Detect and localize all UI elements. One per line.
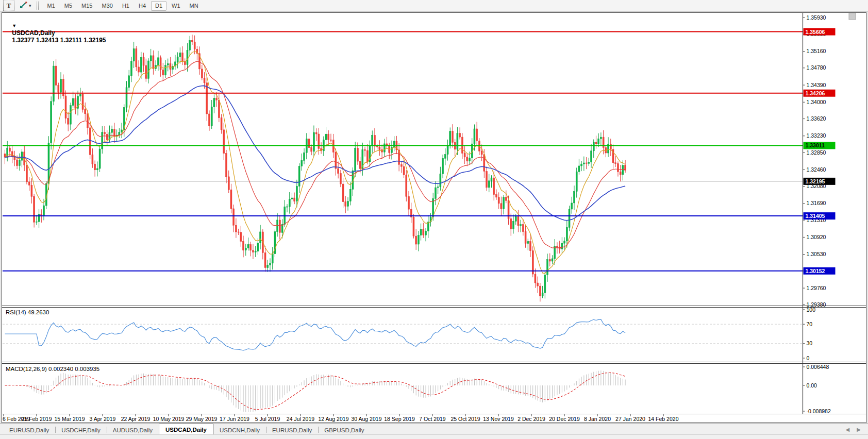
svg-text:-0.008982: -0.008982: [807, 408, 831, 414]
chart-canvas[interactable]: 1.359301.355501.351601.347801.343901.340…: [2, 13, 866, 423]
symbol-tab-usdchf-1[interactable]: USDCHF,Daily: [55, 425, 106, 434]
svg-text:0.00: 0.00: [807, 382, 817, 389]
symbol-tab-bar: EURUSD,DailyUSDCHF,DailyAUDUSD,DailyUSDC…: [0, 424, 868, 434]
toolbar-grip: [37, 2, 39, 10]
svg-text:70: 70: [807, 321, 813, 327]
svg-text:1.35606: 1.35606: [806, 29, 825, 35]
timeframe-button-h4[interactable]: H4: [135, 1, 150, 11]
svg-text:1.32195: 1.32195: [806, 178, 825, 184]
timeframe-button-h1[interactable]: H1: [118, 1, 133, 11]
date-axis-label: 5 Jul 2019: [255, 416, 280, 422]
svg-text:1.33620: 1.33620: [807, 115, 826, 122]
svg-text:0: 0: [807, 355, 810, 361]
tab-scroll-right-icon[interactable]: ▶: [857, 427, 861, 432]
status-bar: [0, 434, 868, 439]
date-axis-label: 27 Jan 2020: [615, 416, 645, 422]
chart-tools-button[interactable]: ▾: [20, 1, 31, 11]
timeframe-button-m30[interactable]: M30: [98, 1, 117, 11]
svg-text:1.30530: 1.30530: [807, 251, 826, 257]
tab-scroll-left-icon[interactable]: ◀: [846, 427, 850, 432]
svg-text:1.31405: 1.31405: [806, 213, 825, 219]
macd-signal-line: [5, 373, 626, 410]
chevron-down-icon: ▾: [29, 3, 31, 8]
date-axis-label: 30 Aug 2019: [352, 416, 382, 422]
svg-text:1.34780: 1.34780: [807, 64, 826, 71]
symbol-tab-gbpusd-6[interactable]: GBPUSD,Daily: [318, 425, 370, 434]
date-axis-label: 22 Apr 2019: [121, 416, 151, 422]
svg-text:1.30152: 1.30152: [806, 268, 825, 274]
svg-text:1.34390: 1.34390: [807, 82, 826, 88]
moving-average-21: [5, 61, 626, 248]
svg-text:1.34206: 1.34206: [806, 90, 825, 96]
date-axis-label: 18 Sep 2019: [384, 416, 415, 422]
symbol-tab-usdcad-3[interactable]: USDCAD,Daily: [159, 424, 213, 434]
timeframe-button-m1[interactable]: M1: [43, 1, 59, 11]
chart-tools-icon: [20, 1, 28, 11]
svg-text:1.33230: 1.33230: [807, 132, 826, 139]
moving-average-8: [5, 52, 626, 274]
svg-text:1.35930: 1.35930: [807, 14, 826, 21]
date-axis-label: 15 Mar 2019: [55, 416, 85, 422]
date-axis-label: 8 Jan 2020: [584, 416, 611, 422]
svg-text:1.31690: 1.31690: [807, 200, 826, 206]
date-axis-label: 2 Dec 2019: [518, 416, 545, 422]
date-axis-label: 12 Aug 2019: [319, 416, 349, 422]
macd-histogram: [5, 370, 626, 412]
tab-scroll-arrows: ◀ ▶: [846, 424, 861, 434]
symbol-tab-eurusd-0[interactable]: EURUSD,Daily: [3, 425, 55, 434]
date-axis-label: 10 May 2019: [153, 416, 185, 422]
symbol-tab-eurusd-5[interactable]: EURUSD,Daily: [266, 425, 318, 434]
date-axis-label: 24 Jul 2019: [287, 416, 314, 422]
date-axis-label: 3 Apr 2019: [90, 416, 116, 422]
date-axis-label: 14 Feb 2020: [648, 416, 679, 422]
timeframe-button-d1[interactable]: D1: [151, 1, 166, 11]
svg-text:30: 30: [807, 340, 813, 346]
symbol-tab-audusd-2[interactable]: AUDUSD,Daily: [107, 425, 159, 434]
symbol-tab-usdcnh-4[interactable]: USDCNH,Daily: [213, 425, 266, 434]
chart-window: 1.359301.355501.351601.347801.343901.340…: [2, 12, 866, 423]
svg-text:1.29760: 1.29760: [807, 285, 826, 291]
svg-text:1.35160: 1.35160: [807, 48, 826, 54]
date-axis-label: 20 Dec 2019: [549, 416, 580, 422]
timeframe-button-w1[interactable]: W1: [168, 1, 185, 11]
date-axis-label: 13 Nov 2019: [483, 416, 514, 422]
text-tool-button[interactable]: T: [3, 1, 14, 11]
svg-text:100: 100: [807, 307, 816, 313]
date-axis-label: 7 Oct 2019: [419, 416, 446, 422]
svg-text:1.34000: 1.34000: [807, 99, 826, 105]
text-tool-icon: T: [7, 2, 11, 10]
candles-layer: [4, 35, 626, 301]
svg-text:1.30920: 1.30920: [807, 234, 826, 240]
timeframe-buttons: M1M5M15M30H1H4D1W1MN: [43, 1, 203, 11]
svg-text:1.32460: 1.32460: [807, 166, 826, 173]
svg-text:0.006448: 0.006448: [807, 364, 829, 370]
timeframe-button-m5[interactable]: M5: [60, 1, 76, 11]
date-axis-label: 29 May 2019: [186, 416, 218, 422]
date-axis-label: 25 Oct 2019: [450, 416, 480, 422]
timeframe-button-m15[interactable]: M15: [77, 1, 96, 11]
date-axis-label: 25 Feb 2019: [22, 416, 52, 422]
top-toolbar: T ▾ M1M5M15M30H1H4D1W1MN: [0, 0, 868, 12]
chart-scroll-nub: [849, 13, 856, 20]
svg-text:1.32850: 1.32850: [807, 149, 826, 156]
date-axis-label: 17 Jun 2019: [220, 416, 249, 422]
svg-text:1.33011: 1.33011: [806, 142, 825, 148]
timeframe-button-mn[interactable]: MN: [186, 1, 203, 11]
